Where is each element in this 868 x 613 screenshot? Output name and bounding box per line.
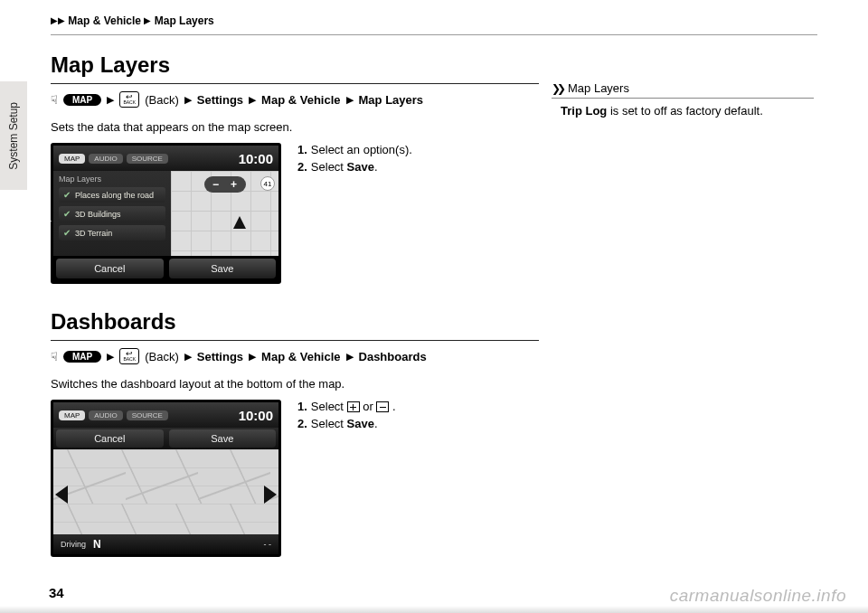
breadcrumb-a: Map & Vehicle [68, 14, 141, 27]
hand-icon: ☟ [51, 350, 58, 363]
option-row: ✔ 3D Buildings [59, 206, 165, 222]
intro-text: Switches the dashboard layout at the bot… [51, 377, 539, 391]
save-button: Save [169, 259, 277, 278]
options-panel: Map Layers ✔ Places along the road ✔ 3D … [53, 171, 171, 256]
option-row: ✔ Places along the road [59, 187, 165, 203]
save-button: Save [169, 429, 277, 448]
cancel-button: Cancel [56, 429, 164, 448]
chevron-icon: ❯❯ [552, 82, 562, 95]
tab-map: MAP [59, 410, 85, 420]
prev-layout-icon [55, 486, 68, 504]
dash-label: Driving [61, 540, 86, 549]
zoom-bar: −+ [204, 176, 246, 193]
tip-body: Trip Log is set to off as factory defaul… [552, 104, 814, 118]
mini-map [53, 449, 278, 534]
watermark: carmanualsonline.info [670, 586, 846, 606]
intro-text: Sets the data that appears on the map sc… [51, 120, 539, 134]
path-settings: Settings [197, 93, 243, 107]
tab-audio: AUDIO [89, 154, 122, 164]
option-row: ✔ 3D Terrain [59, 225, 165, 240]
chevron-icon: ▶ [346, 351, 354, 363]
panel-title: Map Layers [59, 174, 165, 184]
back-label: (Back) [145, 350, 179, 363]
path-last: Map Layers [359, 93, 424, 107]
map-button-icon: MAP [63, 94, 101, 106]
chevron-icon: ▶ [346, 94, 354, 106]
divider [51, 340, 539, 341]
breadcrumb: ▶▶ Map & Vehicle ▶ Map Layers [51, 14, 817, 27]
chevron-icon: ▶ [107, 351, 114, 363]
menu-path: ☟ MAP ▶ ↩ BACK (Back) ▶ Settings ▶ Map &… [51, 348, 539, 364]
device-topbar: MAP AUDIO SOURCE 10:00 [53, 402, 278, 428]
chevron-icon: ▶ [144, 15, 151, 25]
check-icon: ✔ [63, 209, 71, 219]
chevron-icon: ▶ [184, 94, 192, 106]
mini-map: −+ 41 [171, 171, 278, 256]
section-title-map-layers: Map Layers [51, 52, 539, 78]
section-title-dashboards: Dashboards [51, 309, 539, 335]
breadcrumb-b: Map Layers [155, 14, 214, 27]
layout-option-icon [376, 401, 389, 412]
side-tab-label: System Setup [7, 102, 20, 170]
side-tab: System Setup [0, 81, 27, 190]
chevron-icon: ▶ [249, 94, 256, 106]
clock: 10:00 [239, 408, 273, 423]
steps-list: 1.Select an option(s). 2.Select Save. [297, 143, 412, 284]
back-key-icon: ↩ BACK [119, 91, 139, 108]
chevron-icon: ▶ [107, 94, 114, 106]
path-last: Dashboards [359, 350, 427, 363]
path-settings: Settings [197, 350, 243, 363]
page-number: 34 [49, 585, 64, 600]
tip-title: Map Layers [568, 81, 629, 95]
clock: 10:00 [239, 151, 273, 166]
layout-option-icon [347, 401, 360, 412]
tab-source: SOURCE [127, 154, 168, 164]
check-icon: ✔ [63, 228, 71, 238]
speed-badge: 41 [260, 176, 275, 191]
next-layout-icon [264, 486, 277, 504]
dashboard-bar: Driving N - - [53, 534, 278, 554]
steps-list: 1.Select or . 2.Select Save. [297, 400, 396, 557]
path-mv: Map & Vehicle [261, 93, 340, 107]
chevron-icon: ▶▶ [51, 15, 65, 25]
dash-value: - - [264, 540, 272, 549]
tab-source: SOURCE [127, 410, 168, 420]
zoom-in-icon: + [226, 178, 242, 191]
device-screenshot-map-layers: MAP AUDIO SOURCE 10:00 Map Layers ✔ Plac… [51, 143, 281, 284]
hand-icon: ☟ [51, 93, 58, 107]
divider [51, 83, 539, 84]
menu-path: ☟ MAP ▶ ↩ BACK (Back) ▶ Settings ▶ Map &… [51, 91, 539, 108]
tip-header: ❯❯ Map Layers [552, 81, 814, 99]
shadow [0, 606, 868, 613]
path-mv: Map & Vehicle [261, 350, 340, 363]
vehicle-cursor-icon [233, 216, 246, 229]
chevron-icon: ▶ [249, 351, 256, 363]
divider [51, 34, 817, 35]
device-screenshot-dashboards: MAP AUDIO SOURCE 10:00 Cancel Save Drivi… [51, 400, 281, 557]
tab-map: MAP [59, 154, 85, 164]
tab-audio: AUDIO [89, 410, 122, 420]
chevron-icon: ▶ [184, 351, 192, 363]
dash-heading: N [93, 538, 101, 551]
map-button-icon: MAP [63, 351, 101, 363]
device-topbar: MAP AUDIO SOURCE 10:00 [53, 146, 278, 171]
zoom-out-icon: − [208, 178, 224, 191]
back-key-icon: ↩ BACK [119, 348, 139, 364]
back-label: (Back) [145, 93, 179, 107]
cancel-button: Cancel [56, 259, 164, 278]
scroll-down-icon [41, 221, 52, 228]
check-icon: ✔ [63, 190, 71, 200]
